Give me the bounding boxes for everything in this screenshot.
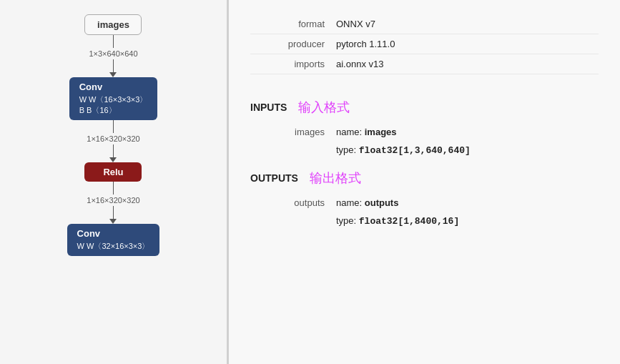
metadata-table: format ONNX v7 producer pytorch 1.11.0 i… [250, 14, 599, 74]
outputs-details: outputs name: outputs type: float32[1,84… [250, 194, 599, 230]
images-type-row: type: float32[1,3,640,640] [272, 141, 599, 159]
conv2-param1-val: W〈32×16×3×3〉 [87, 242, 149, 250]
graph-container: images 1×3×640×640 Conv W W〈16×3×3×3〉 B … [67, 14, 160, 256]
conv1-param1-label: W [79, 95, 87, 104]
arrow3-stem2 [113, 206, 114, 219]
images-input-label: images [272, 127, 336, 137]
outputs-section-header: OUTPUTS 输出格式 [250, 159, 599, 194]
network-graph-panel: images 1×3×640×640 Conv W W〈16×3×3×3〉 B … [0, 0, 229, 364]
conv2-title: Conv [77, 228, 150, 239]
arrow3-head [109, 219, 117, 224]
outputs-name-value: name: outputs [336, 197, 398, 208]
conv1-param2: B B〈16〉 [79, 105, 148, 116]
outputs-label: OUTPUTS [250, 172, 298, 184]
imports-label: imports [250, 59, 336, 69]
arrow1-stem2 [113, 59, 114, 72]
inputs-label: INPUTS [250, 102, 287, 113]
conv1-node[interactable]: Conv W W〈16×3×3×3〉 B B〈16〉 [69, 77, 158, 120]
conv2-node[interactable]: Conv W W〈32×16×3×3〉 [67, 224, 160, 256]
arrow1-stem [113, 35, 114, 48]
format-label: format [250, 19, 336, 29]
arrow2-stem [113, 120, 114, 133]
outputs-name-row: outputs name: outputs [272, 194, 599, 212]
conv1-param1: W W〈16×3×3×3〉 [79, 94, 148, 105]
images-node-label: images [97, 19, 129, 30]
outputs-type-row: type: float32[1,8400,16] [272, 212, 599, 230]
images-name-key: name: [336, 127, 365, 137]
conv1-param2-val: B〈16〉 [87, 106, 117, 114]
relu-label: Relu [103, 167, 123, 177]
arrow3: 1×16×320×320 [87, 182, 139, 224]
arrow2-stem2 [113, 144, 114, 157]
format-row: format ONNX v7 [250, 14, 599, 34]
arrow2-label: 1×16×320×320 [87, 134, 139, 143]
format-value: ONNX v7 [336, 19, 375, 29]
images-name-value: name: images [336, 127, 397, 137]
conv2-param1: W W〈32×16×3×3〉 [77, 241, 150, 252]
inputs-title-cn: 输入格式 [298, 99, 350, 116]
images-node[interactable]: images [84, 14, 142, 35]
images-type-value: type: float32[1,3,640,640] [336, 144, 471, 156]
producer-label: producer [250, 39, 336, 49]
outputs-type-code: float32[1,8400,16] [359, 216, 459, 227]
arrow2: 1×16×320×320 [87, 120, 139, 162]
relu-node[interactable]: Relu [84, 162, 142, 182]
outputs-type-value: type: float32[1,8400,16] [336, 215, 459, 227]
conv2-w-label: W [77, 242, 84, 250]
images-type-code: float32[1,3,640,640] [359, 145, 471, 156]
arrow2-head [109, 157, 117, 162]
conv1-param2-label: B [79, 106, 84, 114]
conv1-title: Conv [79, 82, 148, 92]
arrow1-label: 1×3×640×640 [89, 49, 137, 58]
info-panel: format ONNX v7 producer pytorch 1.11.0 i… [229, 0, 620, 364]
arrow3-label: 1×16×320×320 [87, 196, 139, 205]
arrow1-head [109, 72, 117, 77]
imports-value: ai.onnx v13 [336, 59, 384, 69]
outputs-title-cn: 输出格式 [310, 169, 361, 187]
arrow1: 1×3×640×640 [89, 35, 137, 77]
images-type-key: type: [336, 144, 359, 155]
images-name-strong: images [365, 127, 397, 137]
outputs-input-label: outputs [272, 197, 336, 208]
imports-row: imports ai.onnx v13 [250, 54, 599, 74]
outputs-name-key: name: [336, 197, 365, 208]
outputs-type-key: type: [336, 215, 359, 226]
producer-value: pytorch 1.11.0 [336, 39, 395, 49]
inputs-details: images name: images type: float32[1,3,64… [250, 123, 599, 159]
images-name-row: images name: images [272, 123, 599, 141]
outputs-name-strong: outputs [365, 197, 399, 208]
arrow3-stem [113, 182, 114, 195]
inputs-section-header: INPUTS 输入格式 [250, 89, 599, 123]
conv1-param1-val: W〈16×3×3×3〉 [89, 95, 147, 104]
producer-row: producer pytorch 1.11.0 [250, 34, 599, 54]
